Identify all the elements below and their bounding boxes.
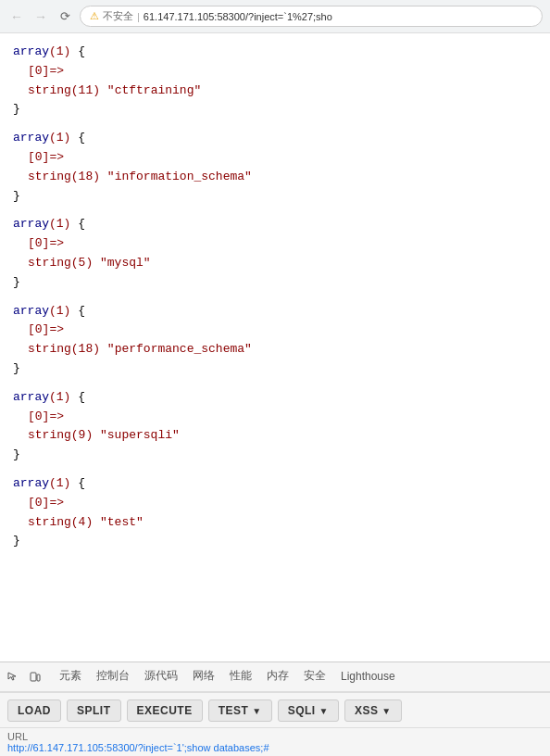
code-line: } (13, 273, 537, 293)
devtools-panel: 元素控制台源代码网络性能内存安全Lighthouse LOADSPLITEXEC… (0, 662, 550, 756)
code-line: array(1) { (13, 302, 537, 321)
code-line: [0]=> (13, 148, 537, 168)
not-secure-label: 不安全 (103, 9, 133, 23)
devtools-tab-内存[interactable]: 内存 (259, 662, 296, 692)
device-icon[interactable] (26, 668, 44, 687)
code-line: array(1) { (13, 388, 537, 408)
code-line: string(18) "performance_schema" (13, 340, 537, 359)
code-line: string(9) "supersqli" (13, 426, 537, 446)
devtools-tabs-container: 元素控制台源代码网络性能内存安全Lighthouse (52, 662, 403, 692)
code-line: [0]=> (13, 234, 537, 254)
code-block: array(1) {[0]=>string(18) "information_s… (13, 129, 537, 206)
code-line: } (13, 446, 537, 465)
code-line: } (13, 532, 537, 551)
code-line: string(11) "ctftraining" (13, 82, 537, 101)
code-line: array(1) { (13, 129, 537, 148)
inspect-icon[interactable] (4, 668, 22, 687)
code-line: } (13, 100, 537, 120)
toolbar-btn-test[interactable]: TEST ▼ (208, 699, 272, 722)
toolbar-btn-load[interactable]: LOAD (7, 699, 61, 722)
devtools-tab-icons (4, 668, 44, 687)
code-block: array(1) {[0]=>string(18) "performance_s… (13, 302, 537, 379)
code-line: [0]=> (13, 321, 537, 340)
address-separator: | (137, 11, 140, 22)
address-text: 61.147.171.105:58300/?inject=`1%27;sho (144, 11, 332, 22)
toolbar-btn-execute[interactable]: EXECUTE (127, 699, 203, 722)
code-line: [0]=> (13, 408, 537, 427)
bottom-toolbar: LOADSPLITEXECUTETEST ▼SQLI ▼XSS ▼ (0, 692, 550, 727)
code-line: array(1) { (13, 474, 537, 494)
devtools-tabs: 元素控制台源代码网络性能内存安全Lighthouse (0, 662, 550, 692)
toolbar-btn-sqli[interactable]: SQLI ▼ (278, 699, 339, 722)
devtools-tab-元素[interactable]: 元素 (52, 662, 89, 692)
code-block: array(1) {[0]=>string(9) "supersqli"} (13, 388, 537, 465)
address-bar[interactable]: ⚠ 不安全 | 61.147.171.105:58300/?inject=`1%… (80, 6, 543, 27)
code-line: [0]=> (13, 62, 537, 82)
code-block: array(1) {[0]=>string(11) "ctftraining"} (13, 43, 537, 120)
code-line: } (13, 359, 537, 379)
browser-chrome: ← → ⟳ ⚠ 不安全 | 61.147.171.105:58300/?inje… (0, 0, 550, 33)
reload-button[interactable]: ⟳ (56, 7, 74, 26)
toolbar-btn-xss[interactable]: XSS ▼ (344, 699, 402, 722)
svg-rect-1 (37, 674, 40, 681)
back-button[interactable]: ← (7, 7, 26, 26)
url-value: http://61.147.171.105:58300/?inject=`1';… (7, 742, 269, 753)
toolbar-btn-split[interactable]: SPLIT (67, 699, 121, 722)
code-line: [0]=> (13, 494, 537, 513)
code-line: array(1) { (13, 215, 537, 234)
forward-button[interactable]: → (31, 7, 50, 26)
code-line: string(5) "mysql" (13, 254, 537, 273)
devtools-tab-控制台[interactable]: 控制台 (89, 662, 137, 692)
code-line: } (13, 187, 537, 207)
devtools-tab-安全[interactable]: 安全 (296, 662, 333, 692)
code-line: string(4) "test" (13, 513, 537, 533)
code-block: array(1) {[0]=>string(5) "mysql"} (13, 215, 537, 292)
devtools-tab-性能[interactable]: 性能 (222, 662, 259, 692)
code-line: string(18) "information_schema" (13, 168, 537, 187)
url-bar: URL http://61.147.171.105:58300/?inject=… (0, 727, 550, 756)
svg-rect-0 (31, 673, 36, 681)
devtools-tab-源代码[interactable]: 源代码 (137, 662, 185, 692)
devtools-tab-Lighthouse[interactable]: Lighthouse (333, 662, 403, 692)
devtools-tab-网络[interactable]: 网络 (185, 662, 222, 692)
code-line: array(1) { (13, 43, 537, 62)
code-block: array(1) {[0]=>string(4) "test"} (13, 474, 537, 551)
content-area: array(1) {[0]=>string(11) "ctftraining"}… (0, 33, 550, 662)
warning-icon: ⚠ (90, 10, 99, 22)
url-label: URL (7, 731, 28, 742)
